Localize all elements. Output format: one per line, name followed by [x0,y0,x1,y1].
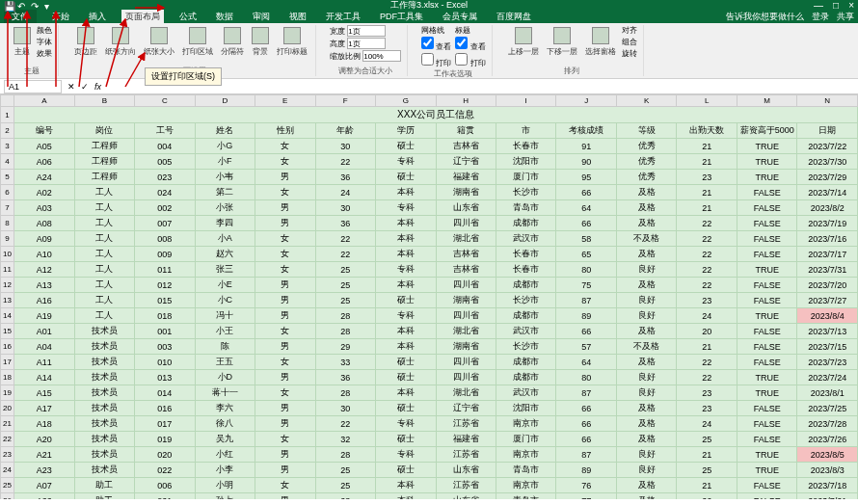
rotate-button[interactable]: 旋转 [622,48,637,59]
data-cell[interactable]: 工人 [74,308,134,324]
share-button[interactable]: 共享 [837,11,854,23]
data-cell[interactable]: 男 [255,308,315,324]
save-icon[interactable]: 💾 [4,1,12,9]
data-cell[interactable]: FALSE [737,339,796,355]
data-cell[interactable]: 24 [315,185,375,200]
data-cell[interactable]: 技术员 [74,324,134,339]
data-cell[interactable]: 22 [677,355,737,370]
data-cell[interactable]: 25 [315,262,375,278]
data-cell[interactable]: 技术员 [74,401,134,416]
header-cell[interactable]: 出勤天数 [677,123,737,139]
data-cell[interactable]: FALSE [737,493,796,500]
data-cell[interactable]: 山东省 [436,493,496,500]
row-header[interactable]: 6 [1,185,14,200]
data-cell[interactable]: 成都市 [496,370,555,385]
data-cell[interactable]: 及格 [616,432,676,447]
data-cell[interactable]: 23 [677,170,737,185]
data-cell[interactable]: 南京市 [496,416,555,432]
data-cell[interactable]: 女 [255,154,315,170]
data-cell[interactable]: 助工 [74,478,134,493]
data-cell[interactable]: 003 [135,339,195,355]
row-header[interactable]: 19 [1,385,14,401]
data-cell[interactable]: A03 [14,200,74,216]
tab-devtools[interactable]: 开发工具 [322,10,364,24]
data-cell[interactable]: 男 [255,293,315,308]
data-cell[interactable]: 良好 [616,463,676,478]
data-cell[interactable]: 25 [677,463,737,478]
data-cell[interactable]: 女 [255,139,315,154]
col-header[interactable]: H [436,95,496,107]
col-header[interactable]: L [677,95,737,107]
data-cell[interactable]: 及格 [616,247,676,262]
data-cell[interactable]: 男 [255,447,315,463]
row-header[interactable]: 24 [1,463,14,478]
row-header[interactable]: 26 [1,493,14,500]
data-cell[interactable]: A24 [14,170,74,185]
data-cell[interactable]: 工人 [74,216,134,231]
header-cell[interactable]: 岗位 [74,123,134,139]
data-cell[interactable]: 36 [315,370,375,385]
data-cell[interactable]: 21 [677,447,737,463]
data-cell[interactable]: 77 [556,493,616,500]
data-cell[interactable]: 23 [677,293,737,308]
data-cell[interactable]: 014 [135,385,195,401]
col-header[interactable]: E [255,95,315,107]
data-cell[interactable]: 小张 [195,200,255,216]
data-cell[interactable]: 23 [677,385,737,401]
data-cell[interactable]: 江苏省 [436,447,496,463]
row-header[interactable]: 3 [1,139,14,154]
data-cell[interactable]: 004 [135,139,195,154]
data-cell[interactable]: 硕士 [376,139,436,154]
data-cell[interactable]: 李六 [195,401,255,416]
data-cell[interactable]: 30 [315,200,375,216]
enter-icon[interactable]: ✓ [81,82,89,92]
data-cell[interactable]: 四川省 [436,370,496,385]
data-cell[interactable]: TRUE [737,170,796,185]
data-cell[interactable]: 28 [315,493,375,500]
data-cell[interactable]: TRUE [737,139,796,154]
data-cell[interactable]: 小A [195,231,255,247]
data-cell[interactable]: 技术员 [74,416,134,432]
data-cell[interactable]: 32 [315,432,375,447]
data-cell[interactable]: 30 [315,401,375,416]
header-cell[interactable]: 籍贯 [436,123,496,139]
header-cell[interactable]: 日期 [797,123,858,139]
data-cell[interactable]: A19 [14,308,74,324]
group-button[interactable]: 组合 [622,37,637,47]
data-cell[interactable]: 四川省 [436,216,496,231]
data-cell[interactable]: 57 [556,339,616,355]
data-cell[interactable]: 辽宁省 [436,401,496,416]
width-input[interactable] [347,25,386,37]
data-cell[interactable]: 小王 [195,324,255,339]
data-cell[interactable]: 成都市 [496,308,555,324]
data-cell[interactable]: 89 [556,463,616,478]
data-cell[interactable]: 本科 [376,278,436,293]
data-cell[interactable]: 女 [255,231,315,247]
data-cell[interactable]: 66 [556,185,616,200]
data-cell[interactable]: 23 [677,401,737,416]
data-cell[interactable]: 硕士 [376,355,436,370]
data-cell[interactable]: 冯十 [195,308,255,324]
data-cell[interactable]: 28 [315,324,375,339]
fonts-button[interactable]: 字体 [37,37,52,47]
breaks-button[interactable]: 分隔符 [219,25,246,59]
data-cell[interactable]: 22 [677,247,737,262]
data-cell[interactable]: 山东省 [436,200,496,216]
data-cell[interactable]: TRUE [737,447,796,463]
data-cell[interactable]: 福建省 [436,170,496,185]
data-cell[interactable]: 2023/7/30 [797,154,858,170]
data-cell[interactable]: 小D [195,370,255,385]
data-cell[interactable]: 2023/7/21 [797,493,858,500]
data-cell[interactable]: 技术员 [74,355,134,370]
data-cell[interactable]: 小E [195,278,255,293]
data-cell[interactable]: FALSE [737,478,796,493]
data-cell[interactable]: 80 [556,370,616,385]
data-cell[interactable]: 及格 [616,493,676,500]
minimize-button[interactable]: — [814,0,823,11]
data-cell[interactable]: 006 [135,478,195,493]
data-cell[interactable]: 28 [315,308,375,324]
data-cell[interactable]: A01 [14,324,74,339]
data-cell[interactable]: 21 [677,339,737,355]
data-cell[interactable]: 男 [255,216,315,231]
tab-baidu[interactable]: 百度网盘 [493,10,535,24]
